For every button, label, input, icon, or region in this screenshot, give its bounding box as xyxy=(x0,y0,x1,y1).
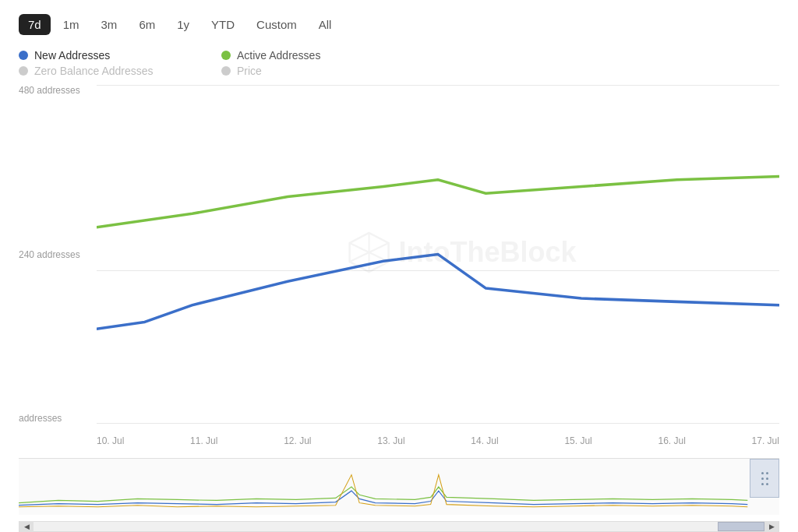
price-dot xyxy=(221,66,231,76)
price-label: Price xyxy=(237,65,262,77)
mini-chart-svg xyxy=(19,459,779,515)
scrollbar[interactable]: ◀ ▶ xyxy=(19,521,779,532)
legend-new-addresses: New Addresses xyxy=(19,49,206,62)
chart-legend: New Addresses Active Addresses Zero Bala… xyxy=(19,49,408,77)
new-addresses-label: New Addresses xyxy=(34,49,110,62)
resize-dot xyxy=(766,477,768,480)
y-label-480: 480 addresses xyxy=(19,85,80,96)
chart-svg-wrap: IntoTheBlock xyxy=(97,85,779,424)
scroll-track[interactable] xyxy=(34,522,764,531)
zero-balance-label: Zero Balance Addresses xyxy=(34,65,154,77)
resize-dot xyxy=(761,477,764,480)
tab-3m[interactable]: 3m xyxy=(92,14,127,35)
x-label-3: 13. Jul xyxy=(377,435,404,446)
svg-rect-4 xyxy=(19,459,779,515)
x-label-5: 15. Jul xyxy=(564,435,591,446)
chart-area: 480 addresses 240 addresses addresses In… xyxy=(19,85,779,532)
tab-ytd[interactable]: YTD xyxy=(202,14,244,35)
x-label-7: 17. Jul xyxy=(752,435,779,446)
scroll-left-button[interactable]: ◀ xyxy=(19,521,34,532)
tab-6m[interactable]: 6m xyxy=(129,14,164,35)
tab-custom[interactable]: Custom xyxy=(247,14,306,35)
zero-balance-dot xyxy=(19,66,28,76)
tab-1m[interactable]: 1m xyxy=(54,14,89,35)
time-tabs: 7d 1m 3m 6m 1y YTD Custom All xyxy=(19,14,779,35)
resize-dot xyxy=(761,472,764,474)
resize-dots xyxy=(761,472,768,485)
mini-resize-handle[interactable] xyxy=(750,459,779,498)
scroll-right-button[interactable]: ▶ xyxy=(764,521,779,532)
legend-zero-balance: Zero Balance Addresses xyxy=(19,65,206,77)
x-axis: 10. Jul 11. Jul 12. Jul 13. Jul 14. Jul … xyxy=(97,427,779,455)
x-label-6: 16. Jul xyxy=(658,435,685,446)
main-container: 7d 1m 3m 6m 1y YTD Custom All New Addres… xyxy=(0,0,798,532)
resize-dot xyxy=(766,483,768,485)
x-label-2: 12. Jul xyxy=(284,435,311,446)
resize-dot xyxy=(761,483,764,485)
scroll-thumb[interactable] xyxy=(718,522,764,531)
x-label-1: 11. Jul xyxy=(190,435,217,446)
x-label-4: 14. Jul xyxy=(471,435,498,446)
tab-all[interactable]: All xyxy=(309,14,341,35)
new-addresses-dot xyxy=(19,51,28,60)
mini-chart-section: Jul '23 Jan '24 Jul ... ◀ ▶ xyxy=(19,458,779,532)
active-addresses-label: Active Addresses xyxy=(237,49,320,62)
legend-active-addresses: Active Addresses xyxy=(221,49,408,62)
x-label-0: 10. Jul xyxy=(97,435,124,446)
new-addresses-line xyxy=(97,255,779,329)
active-addresses-dot xyxy=(221,51,231,60)
y-label-240: 240 addresses xyxy=(19,249,80,260)
tab-7d[interactable]: 7d xyxy=(19,14,51,35)
y-label-bottom: addresses xyxy=(19,413,80,424)
main-chart: 480 addresses 240 addresses addresses In… xyxy=(19,85,779,455)
tab-1y[interactable]: 1y xyxy=(168,14,199,35)
active-addresses-line xyxy=(97,176,779,227)
resize-dot xyxy=(766,472,768,474)
y-axis: 480 addresses 240 addresses addresses xyxy=(19,85,80,424)
main-chart-svg xyxy=(97,85,779,424)
mini-chart-wrap xyxy=(19,459,779,515)
legend-price: Price xyxy=(221,65,408,77)
